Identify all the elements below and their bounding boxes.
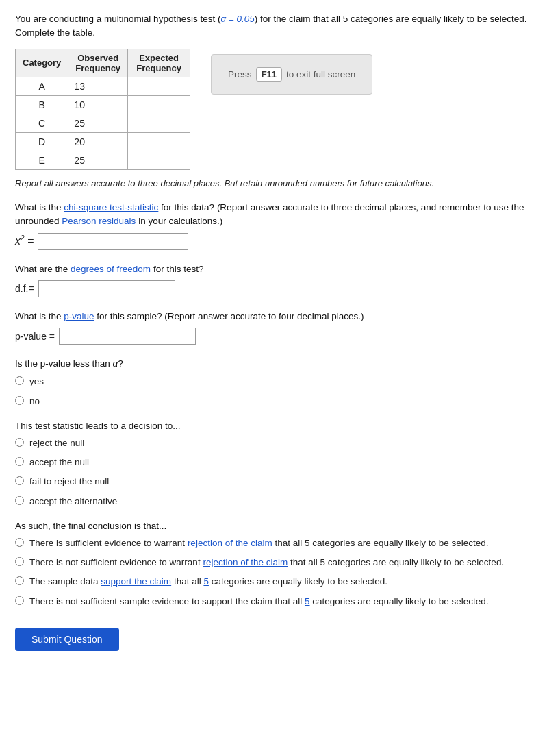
expected-a-input[interactable] — [135, 82, 183, 92]
chi-square-question: What is the chi-square test-statistic fo… — [15, 201, 545, 229]
observed-e: 25 — [68, 151, 128, 169]
conclusion-question: As such, the final conclusion is that... — [15, 521, 545, 531]
table-row: D 20 — [16, 132, 190, 151]
p-less-alpha-section: Is the p-value less than α? yes no — [15, 357, 545, 408]
expected-c-input[interactable] — [135, 119, 183, 129]
report-note: Report all answers accurate to three dec… — [15, 177, 545, 190]
decision-options: reject the null accept the null fail to … — [15, 436, 545, 508]
chi-square-input[interactable] — [38, 233, 188, 250]
expected-b-input[interactable] — [135, 100, 183, 110]
col-header-observed: ObservedFrequency — [68, 49, 128, 77]
category-b: B — [16, 95, 68, 114]
expected-d-cell[interactable] — [128, 132, 190, 151]
p-less-alpha-options: yes no — [15, 375, 545, 408]
conclusion-options: There is sufficient evidence to warrant … — [15, 536, 545, 608]
observed-b: 10 — [68, 95, 128, 114]
conclusion-option-4[interactable]: There is not sufficient sample evidence … — [15, 595, 545, 608]
col-header-category: Category — [16, 49, 68, 77]
conclusion-option-1[interactable]: There is sufficient evidence to warrant … — [15, 536, 545, 550]
category-c: C — [16, 114, 68, 132]
degrees-freedom-question: What are the degrees of freedom for this… — [15, 262, 545, 276]
table-row: B 10 — [16, 95, 190, 114]
expected-c-cell[interactable] — [128, 114, 190, 132]
radio-yes[interactable] — [15, 376, 24, 385]
frequency-table: Category ObservedFrequency ExpectedFrequ… — [15, 49, 190, 170]
p-less-alpha-yes[interactable]: yes — [15, 375, 545, 388]
radio-conclusion-3[interactable] — [15, 576, 24, 585]
chi-square-label: x2 = — [15, 234, 34, 247]
category-a: A — [16, 77, 68, 95]
decision-accept-alternative[interactable]: accept the alternative — [15, 495, 545, 508]
observed-c: 25 — [68, 114, 128, 132]
expected-a-cell[interactable] — [128, 77, 190, 95]
table-row: C 25 — [16, 114, 190, 132]
observed-d: 20 — [68, 132, 128, 151]
p-value-label: p-value = — [15, 331, 55, 342]
radio-accept-alternative[interactable] — [15, 496, 24, 505]
degrees-freedom-section: What are the degrees of freedom for this… — [15, 262, 545, 297]
expected-e-cell[interactable] — [128, 151, 190, 169]
chi-square-section: What is the chi-square test-statistic fo… — [15, 201, 545, 250]
p-less-alpha-no[interactable]: no — [15, 395, 545, 408]
radio-conclusion-2[interactable] — [15, 557, 24, 566]
radio-conclusion-1[interactable] — [15, 538, 24, 547]
radio-no[interactable] — [15, 396, 24, 405]
decision-accept-null[interactable]: accept the null — [15, 456, 545, 469]
decision-question: This test statistic leads to a decision … — [15, 421, 545, 431]
p-value-question: What is the p-value for this sample? (Re… — [15, 310, 545, 323]
intro-text: You are conducting a multinomial hypothe… — [15, 12, 545, 40]
category-e: E — [16, 151, 68, 169]
p-less-alpha-question: Is the p-value less than α? — [15, 357, 545, 371]
expected-d-input[interactable] — [135, 137, 183, 147]
decision-reject-null[interactable]: reject the null — [15, 436, 545, 450]
observed-a: 13 — [68, 77, 128, 95]
conclusion-section: As such, the final conclusion is that...… — [15, 521, 545, 608]
radio-conclusion-4[interactable] — [15, 596, 24, 605]
expected-e-input[interactable] — [135, 156, 183, 166]
conclusion-option-3[interactable]: The sample data support the claim that a… — [15, 575, 545, 589]
expected-b-cell[interactable] — [128, 95, 190, 114]
decision-fail-reject-null[interactable]: fail to reject the null — [15, 475, 545, 489]
submit-button[interactable]: Submit Question — [15, 628, 119, 651]
category-d: D — [16, 132, 68, 151]
conclusion-option-2[interactable]: There is not sufficient evidence to warr… — [15, 556, 545, 569]
decision-section: This test statistic leads to a decision … — [15, 421, 545, 508]
p-value-input[interactable] — [59, 328, 196, 345]
radio-fail-reject-null[interactable] — [15, 476, 24, 485]
table-row: A 13 — [16, 77, 190, 95]
radio-reject-null[interactable] — [15, 438, 24, 447]
col-header-expected: ExpectedFrequency — [128, 49, 190, 77]
table-row: E 25 — [16, 151, 190, 169]
radio-accept-null[interactable] — [15, 457, 24, 466]
f11-notice: Press F11 to exit full screen — [211, 54, 372, 95]
df-input[interactable] — [38, 280, 175, 297]
df-label: d.f.= — [15, 283, 34, 294]
p-value-section: What is the p-value for this sample? (Re… — [15, 310, 545, 345]
